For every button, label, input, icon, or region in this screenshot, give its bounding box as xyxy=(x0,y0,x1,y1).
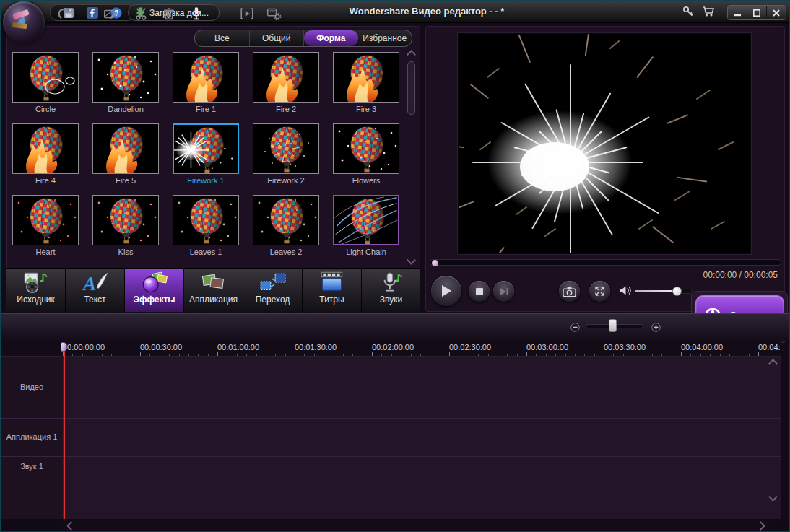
facebook-icon[interactable] xyxy=(87,7,98,19)
scrollbar-thumb[interactable] xyxy=(407,61,415,115)
effect-thumbnail[interactable] xyxy=(333,123,399,174)
effect-item-heart[interactable]: Heart xyxy=(12,195,84,260)
zoom-in-icon[interactable] xyxy=(651,323,661,332)
ruler-tick xyxy=(169,354,170,356)
step-forward-button[interactable] xyxy=(493,281,514,302)
snapshot-icon xyxy=(563,286,576,297)
mode-tab-эффекты[interactable]: Эффекты xyxy=(125,269,184,312)
effect-thumbnail[interactable] xyxy=(173,123,239,174)
play-icon xyxy=(440,284,452,297)
scroll-right-icon[interactable] xyxy=(756,521,765,531)
effect-item-dandelion[interactable]: Dandelion xyxy=(92,52,165,117)
cart-icon[interactable] xyxy=(702,6,715,17)
effect-item-fire-1[interactable]: Fire 1 xyxy=(173,52,245,117)
effect-item-fire-4[interactable]: Fire 4 xyxy=(12,123,84,188)
ruler-tick xyxy=(208,354,209,356)
effect-item-fire-3[interactable]: Fire 3 xyxy=(333,52,405,117)
effect-item-circle[interactable]: Circle xyxy=(12,52,84,117)
stop-button[interactable] xyxy=(469,281,490,302)
effect-thumbnail[interactable] xyxy=(253,195,319,245)
effect-item-kiss[interactable]: Kiss xyxy=(92,195,165,260)
effect-thumbnail[interactable] xyxy=(333,195,399,245)
ruler-tick xyxy=(604,352,604,356)
effect-item-leaves-1[interactable]: Leaves 1 xyxy=(173,195,245,260)
mode-tab-исходник[interactable]: Исходник xyxy=(6,269,66,312)
volume-knob[interactable] xyxy=(672,287,682,296)
play-button[interactable] xyxy=(431,276,461,306)
effect-thumbnail[interactable] xyxy=(333,52,399,103)
play-clip-icon[interactable] xyxy=(239,6,255,22)
category-tab-все[interactable]: Все xyxy=(195,30,250,46)
effect-item-fire-5[interactable]: Fire 5 xyxy=(92,123,165,188)
edit-clip-icon[interactable] xyxy=(103,6,118,22)
effect-thumbnail[interactable] xyxy=(92,123,159,174)
effect-thumbnail[interactable] xyxy=(12,195,79,245)
effect-thumbnail[interactable] xyxy=(92,52,159,103)
mode-tab-текст[interactable]: Текст xyxy=(66,269,125,312)
playhead-marker[interactable] xyxy=(61,342,67,352)
scissors-icon[interactable] xyxy=(134,6,149,22)
ruler-tick xyxy=(739,354,739,356)
zoom-out-icon[interactable] xyxy=(570,323,580,332)
effect-thumbnail[interactable] xyxy=(12,123,79,174)
snapshot-button[interactable] xyxy=(559,281,580,302)
effect-item-firework-1[interactable]: Firework 1 xyxy=(173,123,245,188)
seek-knob[interactable] xyxy=(432,260,438,266)
maximize-button[interactable] xyxy=(747,6,767,19)
effect-overlay xyxy=(13,124,78,173)
effect-thumbnail[interactable] xyxy=(12,52,79,103)
mode-tab-аппликация[interactable]: Аппликация xyxy=(184,269,243,312)
category-tab-форма[interactable]: Форма xyxy=(304,30,358,46)
scroll-up-icon[interactable] xyxy=(407,50,416,59)
ruler-tick xyxy=(237,354,238,356)
fullscreen-button[interactable] xyxy=(589,281,610,302)
effect-thumbnail[interactable] xyxy=(253,52,319,103)
scroll-down-icon[interactable] xyxy=(407,256,416,265)
effect-item-firework-2[interactable]: Firework 2 xyxy=(253,123,325,188)
redo-icon[interactable] xyxy=(56,6,71,22)
effect-thumbnail[interactable] xyxy=(92,195,159,245)
effect-item-fire-2[interactable]: Fire 2 xyxy=(253,52,325,117)
seek-bar[interactable] xyxy=(430,259,781,266)
effect-overlay xyxy=(13,196,78,245)
ruler-tick xyxy=(681,352,682,356)
timeline-tracks[interactable]: ВидеоАппликация 1Звук 1 xyxy=(1,357,781,520)
close-button[interactable] xyxy=(767,6,786,19)
effect-label: Fire 2 xyxy=(253,105,319,113)
track-label-column: ВидеоАппликация 1Звук 1 xyxy=(1,357,64,520)
effect-thumbnail[interactable] xyxy=(173,195,239,245)
effects-scrollbar[interactable] xyxy=(406,50,416,263)
effect-item-leaves-2[interactable]: Leaves 2 xyxy=(253,195,325,260)
category-tab-избранное[interactable]: Избранное xyxy=(358,30,412,46)
timeline-h-scrollbar[interactable] xyxy=(62,520,770,531)
ruler-label: 00:02:00:00 xyxy=(372,343,414,352)
speaker-icon[interactable] xyxy=(619,285,633,296)
timeline-zoom-knob[interactable] xyxy=(609,319,617,332)
trash-icon[interactable] xyxy=(161,6,177,22)
ruler-tick xyxy=(749,354,750,356)
clip-settings-icon[interactable] xyxy=(266,6,282,22)
effect-thumbnail[interactable] xyxy=(253,123,319,174)
timeline-ruler[interactable]: 00:00:00:0000:00:30:0000:01:00:0000:01:3… xyxy=(1,341,781,357)
maximize-icon xyxy=(753,9,760,17)
step-forward-icon xyxy=(500,287,508,296)
mode-tab-звуки[interactable]: Звуки xyxy=(362,269,420,312)
scroll-left-icon[interactable] xyxy=(66,521,76,531)
mode-tab-титры[interactable]: Титры xyxy=(303,269,362,312)
microphone-icon[interactable] xyxy=(188,6,204,22)
app-logo[interactable] xyxy=(3,1,45,43)
effect-item-flowers[interactable]: Flowers xyxy=(333,123,405,188)
preview-frame xyxy=(459,34,750,253)
key-icon[interactable] xyxy=(682,6,694,17)
timeline-v-scrollbar[interactable] xyxy=(768,358,777,501)
ruler-tick xyxy=(179,354,180,356)
scroll-down-icon[interactable] xyxy=(768,492,778,502)
mode-tab-переход[interactable]: Переход xyxy=(243,269,303,312)
volume-slider[interactable] xyxy=(635,290,677,292)
effect-thumbnail[interactable] xyxy=(173,52,239,103)
ruler-tick xyxy=(546,354,547,356)
effect-item-light-chain[interactable]: Light Chain xyxy=(333,195,405,260)
scroll-up-icon[interactable] xyxy=(768,359,778,368)
category-tab-общий[interactable]: Общий xyxy=(250,30,305,46)
minimize-button[interactable] xyxy=(728,6,747,19)
